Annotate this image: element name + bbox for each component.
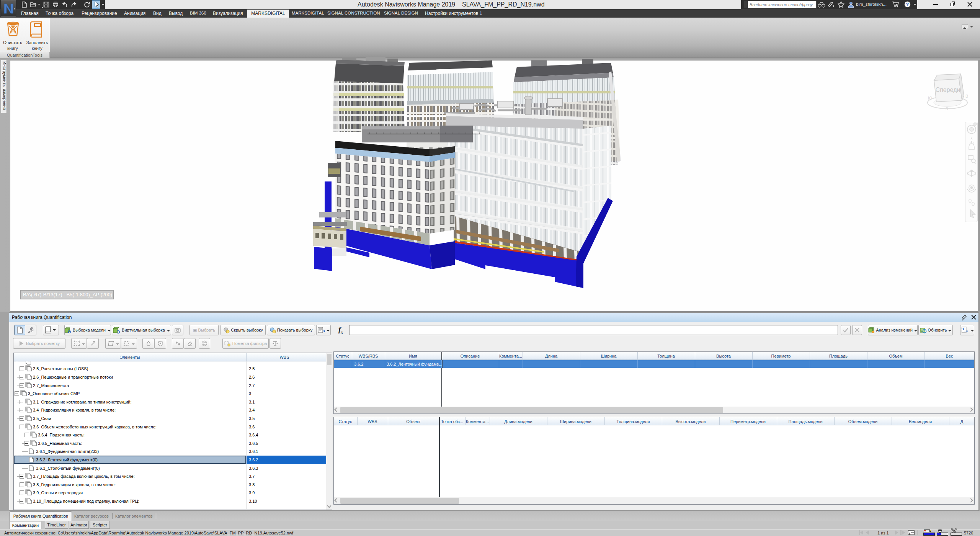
svg-text:Спереди: Спереди [936, 87, 960, 93]
svg-text:Ю: Ю [928, 96, 932, 100]
svg-text:В: В [965, 94, 968, 98]
svg-text:З: З [946, 106, 948, 111]
